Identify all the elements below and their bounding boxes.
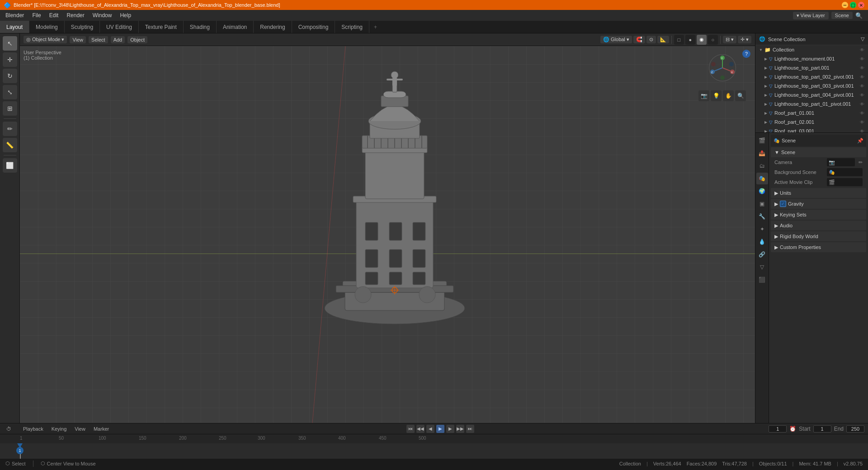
visibility-icon[interactable]: 👁 (860, 129, 864, 133)
prev-frame-button[interactable]: ◀ (426, 425, 434, 433)
rigid-body-section-header[interactable]: ▶ Rigid Body World (771, 231, 866, 241)
tab-layout[interactable]: Layout (0, 21, 29, 33)
object-mode-selector[interactable]: ◎ Object Mode ▾ (24, 36, 67, 43)
scene-selector[interactable]: Scene (831, 12, 853, 19)
tab-modeling[interactable]: Modeling (29, 21, 65, 33)
tab-add-button[interactable]: + (369, 21, 382, 33)
gravity-checkbox[interactable]: ✓ (780, 201, 786, 207)
prop-icon-physics[interactable]: 💧 (756, 236, 768, 248)
background-scene-value[interactable]: 🎭 (827, 168, 863, 176)
current-frame-input[interactable]: 1 (769, 425, 787, 432)
tool-annotate[interactable]: ✏ (3, 122, 17, 136)
visibility-icon[interactable]: 👁 (860, 102, 864, 107)
viewport-global-selector[interactable]: 🌐 Global ▾ (600, 36, 632, 43)
timeline-icon[interactable]: ⏱ (4, 425, 14, 432)
frame-start-input[interactable]: 1 (813, 425, 831, 432)
prop-icon-material[interactable]: ⬛ (756, 274, 768, 286)
shading-solid[interactable]: ● (685, 35, 695, 45)
prop-icon-scene[interactable]: 🎭 (756, 173, 768, 184)
play-pause-button[interactable]: ▶ (436, 425, 444, 433)
outliner-collection[interactable]: ▼ 📁 Collection 👁 (755, 45, 868, 54)
menu-edit[interactable]: Edit (46, 11, 62, 19)
tab-compositing[interactable]: Compositing (292, 21, 335, 33)
keying-section-header[interactable]: ▶ Keying Sets (771, 210, 866, 220)
viewport-search-icon[interactable]: 🔍 (735, 90, 746, 101)
prop-icon-particles[interactable]: ✦ (756, 223, 768, 235)
next-keyframe-button[interactable]: ▶▶ (456, 425, 464, 433)
shading-material[interactable]: ◉ (697, 35, 707, 45)
visibility-icon[interactable]: 👁 (860, 75, 864, 80)
timeline-marker[interactable]: Marker (91, 425, 112, 432)
prop-icon-output[interactable]: 📤 (756, 147, 768, 159)
tool-transform[interactable]: ⊞ (3, 101, 17, 116)
outliner-lighthouse-monument[interactable]: ▶ ▽ Lighthouse_monument.001 👁 (761, 54, 868, 63)
frame-end-input[interactable]: 250 (846, 425, 864, 432)
custom-props-section-header[interactable]: ▶ Custom Properties (771, 242, 866, 252)
outliner-top-003[interactable]: ▶ ▽ Lighthouse_top_part_003_pivot.001 👁 (761, 81, 868, 90)
visibility-icon[interactable]: 👁 (860, 84, 864, 89)
prop-icon-view-layer[interactable]: 🗂 (756, 160, 768, 172)
tool-move[interactable]: ✛ (3, 52, 17, 67)
tab-shading[interactable]: Shading (184, 21, 217, 33)
visibility-icon[interactable]: 👁 (860, 111, 864, 116)
engine-selector[interactable]: ▾ View Layer (793, 12, 829, 19)
gravity-section-header[interactable]: ▶ ✓ Gravity (771, 199, 866, 209)
camera-value[interactable]: 📷 (827, 158, 855, 166)
proportional-editing[interactable]: ⊙ (646, 36, 656, 43)
timeline-view[interactable]: View (72, 425, 88, 432)
tab-scripting[interactable]: Scripting (335, 21, 369, 33)
prop-icon-modifiers[interactable]: 🔧 (756, 211, 768, 222)
viewport-nav-gizmo[interactable]: Y X Z (698, 50, 746, 101)
audio-section-header[interactable]: ▶ Audio (771, 221, 866, 230)
menu-help[interactable]: Help (116, 11, 135, 19)
outliner-top-01[interactable]: ▶ ▽ Lighthouse_top_part_01_pivot.001 👁 (761, 99, 868, 108)
timeline-track[interactable]: 1 (0, 443, 868, 459)
nav-gizmo-circle[interactable]: Y X Z (709, 54, 736, 81)
search-icon[interactable]: 🔍 (855, 12, 863, 19)
props-pin-icon[interactable]: 📌 (857, 138, 863, 144)
camera-edit-icon[interactable]: ✏ (859, 160, 863, 165)
tool-rotate[interactable]: ↻ (3, 69, 17, 83)
prop-icon-render[interactable]: 🎬 (756, 135, 768, 146)
timeline-playback[interactable]: Playback (20, 425, 46, 432)
tool-scale[interactable]: ⤡ (3, 85, 17, 99)
timeline-keying[interactable]: Keying (49, 425, 70, 432)
proportional-type[interactable]: 📐 (657, 36, 669, 43)
view-menu[interactable]: View (70, 36, 86, 43)
menu-window[interactable]: Window (89, 11, 116, 19)
shading-wireframe[interactable]: □ (674, 35, 684, 45)
prop-icon-object[interactable]: ▣ (756, 198, 768, 210)
outliner-lighthouse-top[interactable]: ▶ ▽ Lighthouse_top_part.001 👁 (761, 63, 868, 72)
jump-to-start-button[interactable]: ⏮ (406, 425, 415, 433)
minimize-button[interactable]: − (842, 2, 848, 8)
shading-rendered[interactable]: ○ (708, 35, 718, 45)
prop-icon-world[interactable]: 🌍 (756, 185, 768, 197)
visibility-icon[interactable]: 👁 (860, 120, 864, 125)
outliner-roof-03[interactable]: ▶ ▽ Roof_part_03.001 👁 (761, 127, 868, 133)
object-menu[interactable]: Object (127, 36, 147, 43)
menu-render[interactable]: Render (63, 11, 88, 19)
scene-section-header[interactable]: ▼ Scene (771, 147, 866, 157)
viewport-hand-icon[interactable]: ✋ (723, 90, 734, 101)
tool-cursor[interactable]: ↖ (3, 36, 17, 51)
outliner-roof-01[interactable]: ▶ ▽ Roof_part_01.001 👁 (761, 108, 868, 118)
viewport-light-icon[interactable]: 💡 (711, 90, 722, 101)
viewport-camera-icon[interactable]: 📷 (698, 90, 709, 101)
jump-to-end-button[interactable]: ⏭ (466, 425, 474, 433)
outliner-top-002[interactable]: ▶ ▽ Lighthouse_top_part_002_pivot.001 👁 (761, 72, 868, 81)
prop-icon-constraints[interactable]: 🔗 (756, 249, 768, 260)
prev-keyframe-button[interactable]: ◀◀ (416, 425, 425, 433)
maximize-button[interactable]: □ (850, 2, 856, 8)
menu-blender[interactable]: Blender (2, 11, 28, 19)
tab-texture-paint[interactable]: Texture Paint (139, 21, 184, 33)
prop-icon-data[interactable]: ▽ (756, 261, 768, 273)
active-movie-clip-value[interactable]: 🎬 (827, 178, 863, 186)
tab-uv-editing[interactable]: UV Editing (100, 21, 139, 33)
select-menu[interactable]: Select (89, 36, 108, 43)
outliner-top-004[interactable]: ▶ ▽ Lighthouse_top_part_004_pivot.001 👁 (761, 90, 868, 99)
visibility-icon[interactable]: 👁 (860, 66, 864, 70)
tool-measure[interactable]: 📏 (3, 138, 17, 152)
next-frame-button[interactable]: ▶ (446, 425, 454, 433)
overlay-toggle[interactable]: ⊟ ▾ (723, 36, 736, 43)
gizmo-toggle[interactable]: ✛ ▾ (738, 36, 751, 43)
